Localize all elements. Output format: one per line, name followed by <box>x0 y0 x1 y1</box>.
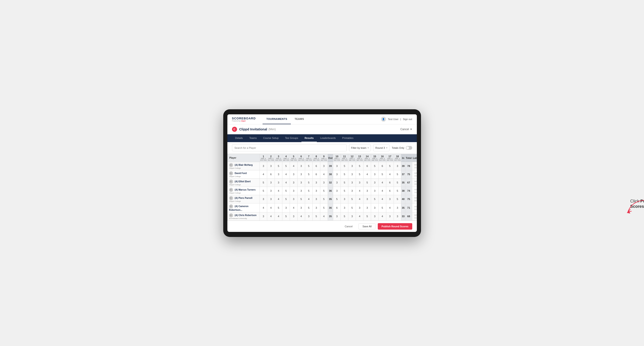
score-out-2-7[interactable]: 5 <box>305 178 312 187</box>
score-out-4-1[interactable]: 3 <box>260 195 267 203</box>
score-out-1-4[interactable]: 4 <box>282 170 290 178</box>
score-out-0-7[interactable]: 5 <box>305 162 312 170</box>
round-select[interactable]: Round 3 ▾ <box>373 144 390 151</box>
score-in-3-15[interactable]: 3 <box>371 187 378 195</box>
score-out-5-6[interactable]: 3 <box>297 203 305 212</box>
score-out-5-4[interactable]: 3 <box>282 203 290 212</box>
score-in-0-11[interactable]: 5 <box>341 162 348 170</box>
score-out-0-4[interactable]: 5 <box>282 162 290 170</box>
score-out-4-9[interactable]: 5 <box>320 195 328 203</box>
score-in-5-11[interactable]: 3 <box>341 203 348 212</box>
tab-details[interactable]: Details <box>232 134 246 142</box>
score-in-3-12[interactable]: 3 <box>348 187 356 195</box>
score-in-4-16[interactable]: 4 <box>378 195 386 203</box>
score-out-0-3[interactable]: 5 <box>275 162 282 170</box>
wd-label-4[interactable]: WD <box>414 197 416 199</box>
score-in-6-16[interactable]: 4 <box>378 212 386 220</box>
score-in-2-12[interactable]: 3 <box>348 178 356 187</box>
dq-label-3[interactable]: DQ <box>414 191 417 193</box>
score-in-5-16[interactable]: 5 <box>378 203 386 212</box>
score-in-1-15[interactable]: 3 <box>371 170 378 178</box>
score-in-6-14[interactable]: 5 <box>364 212 371 220</box>
score-out-2-4[interactable]: 4 <box>282 178 290 187</box>
score-in-1-11[interactable]: 5 <box>341 170 348 178</box>
score-in-4-12[interactable]: 5 <box>348 195 356 203</box>
score-out-0-1[interactable]: 3 <box>260 162 267 170</box>
score-out-1-8[interactable]: 6 <box>312 170 320 178</box>
score-in-5-12[interactable]: 5 <box>348 203 356 212</box>
score-out-1-3[interactable]: 3 <box>275 170 282 178</box>
tab-results[interactable]: Results <box>302 134 317 142</box>
score-out-4-6[interactable]: 5 <box>297 195 305 203</box>
filter-by-team-select[interactable]: Filter by team ▾ <box>349 144 371 151</box>
score-out-1-2[interactable]: 6 <box>267 170 275 178</box>
score-out-2-5[interactable]: 3 <box>290 178 298 187</box>
wd-label-3[interactable]: WD <box>414 188 416 191</box>
wd-label-5[interactable]: WD <box>414 205 416 208</box>
wd-label-2[interactable]: WD <box>414 180 416 182</box>
score-out-2-2[interactable]: 3 <box>267 178 275 187</box>
score-out-2-3[interactable]: 3 <box>275 178 282 187</box>
score-out-3-2[interactable]: 3 <box>267 187 275 195</box>
score-out-1-6[interactable]: 3 <box>297 170 305 178</box>
score-out-5-2[interactable]: 4 <box>267 203 275 212</box>
score-in-2-15[interactable]: 3 <box>371 178 378 187</box>
tab-leaderboards[interactable]: Leaderboards <box>317 134 339 142</box>
score-out-2-9[interactable]: 3 <box>320 178 328 187</box>
score-in-3-11[interactable]: 5 <box>341 187 348 195</box>
score-out-6-6[interactable]: 4 <box>297 212 305 220</box>
score-in-0-14[interactable]: 6 <box>364 162 371 170</box>
nav-tournaments[interactable]: TOURNAMENTS <box>262 114 291 124</box>
score-out-1-9[interactable]: 4 <box>320 170 328 178</box>
score-in-0-10[interactable]: 3 <box>333 162 341 170</box>
score-out-0-6[interactable]: 3 <box>297 162 305 170</box>
score-out-5-1[interactable]: 4 <box>260 203 267 212</box>
score-in-3-14[interactable]: 3 <box>364 187 371 195</box>
score-out-4-2[interactable]: 3 <box>267 195 275 203</box>
tab-tee-groups[interactable]: Tee Groups <box>282 134 302 142</box>
score-in-0-18[interactable]: 3 <box>394 162 401 170</box>
score-out-0-2[interactable]: 3 <box>267 162 275 170</box>
score-in-0-17[interactable]: 5 <box>386 162 394 170</box>
score-in-5-14[interactable]: 3 <box>364 203 371 212</box>
tab-teams[interactable]: Teams <box>246 134 260 142</box>
score-in-3-17[interactable]: 6 <box>386 187 394 195</box>
score-out-2-6[interactable]: 3 <box>297 178 305 187</box>
cancel-button[interactable]: Cancel <box>341 224 356 229</box>
score-in-4-11[interactable]: 3 <box>341 195 348 203</box>
score-in-2-18[interactable]: 5 <box>394 178 401 187</box>
score-out-1-7[interactable]: 5 <box>305 170 312 178</box>
toggle-switch[interactable] <box>406 146 412 150</box>
score-in-6-15[interactable]: 3 <box>371 212 378 220</box>
score-in-1-12[interactable]: 3 <box>348 170 356 178</box>
tab-printables[interactable]: Printables <box>339 134 356 142</box>
tab-course-setup[interactable]: Course Setup <box>260 134 282 142</box>
score-in-3-16[interactable]: 4 <box>378 187 386 195</box>
score-out-5-9[interactable]: 5 <box>320 203 328 212</box>
score-out-5-3[interactable]: 5 <box>275 203 282 212</box>
dq-label-5[interactable]: DQ <box>414 208 417 210</box>
dq-label-0[interactable]: DQ <box>414 167 417 169</box>
score-out-0-8[interactable]: 6 <box>312 162 320 170</box>
score-out-1-1[interactable]: 4 <box>260 170 267 178</box>
score-in-1-16[interactable]: 5 <box>378 170 386 178</box>
score-out-6-8[interactable]: 5 <box>312 212 320 220</box>
score-out-6-1[interactable]: 3 <box>260 212 267 220</box>
score-out-6-4[interactable]: 5 <box>282 212 290 220</box>
score-out-0-9[interactable]: 3 <box>320 162 328 170</box>
score-in-0-13[interactable]: 5 <box>356 162 364 170</box>
score-out-2-8[interactable]: 3 <box>312 178 320 187</box>
score-in-5-17[interactable]: 4 <box>386 203 394 212</box>
score-out-3-6[interactable]: 3 <box>297 187 305 195</box>
score-out-5-8[interactable]: 3 <box>312 203 320 212</box>
score-out-6-2[interactable]: 4 <box>267 212 275 220</box>
score-in-6-10[interactable]: 3 <box>333 212 341 220</box>
score-in-2-14[interactable]: 5 <box>364 178 371 187</box>
score-in-1-18[interactable]: 5 <box>394 170 401 178</box>
score-out-5-5[interactable]: 4 <box>290 203 298 212</box>
score-out-4-8[interactable]: 3 <box>312 195 320 203</box>
score-in-3-18[interactable]: 5 <box>394 187 401 195</box>
score-in-1-13[interactable]: 5 <box>356 170 364 178</box>
score-out-2-1[interactable]: 5 <box>260 178 267 187</box>
save-all-button[interactable]: Save All <box>358 223 376 229</box>
